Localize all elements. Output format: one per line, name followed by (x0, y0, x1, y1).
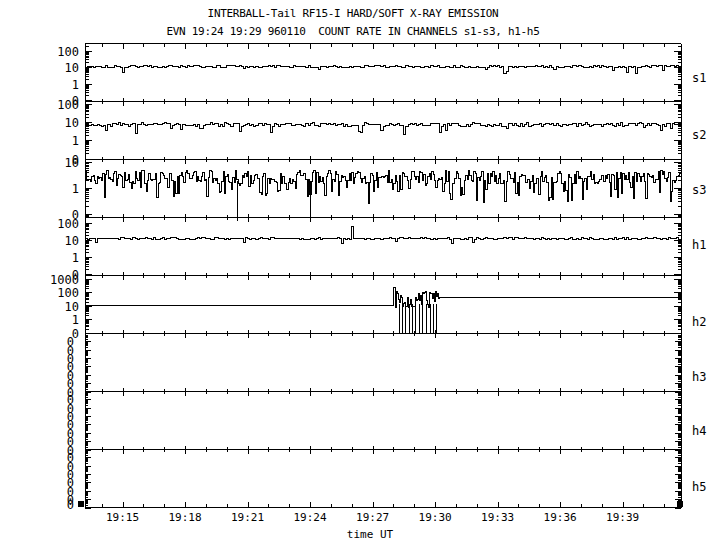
y-tick-label: 100 (57, 45, 79, 59)
series-s2 (85, 123, 681, 135)
y-tick-label: 100 (57, 98, 79, 112)
x-tick-label: 19:39 (606, 511, 639, 524)
x-axis-label: time UT (85, 528, 655, 541)
y-tick-label: 100 (57, 217, 79, 231)
y-tick-label: 1 (72, 182, 79, 196)
y-tick-label: 1 (72, 78, 79, 92)
y-tick-label: 1 (72, 313, 79, 327)
x-tick-label: 19:24 (294, 511, 327, 524)
panel-label-h2: h2 (692, 315, 706, 329)
y-tick-label: 1000 (50, 273, 79, 287)
panel-label-h4: h4 (692, 424, 706, 438)
y-tick-label: 10 (65, 234, 79, 248)
x-tick-labels: 19:1519:1819:2119:2419:2719:3019:3319:36… (106, 511, 639, 524)
panel-s1: s11001010 (57, 45, 706, 108)
y-tick-label: 10 (65, 116, 79, 130)
x-tick-label: 19:21 (231, 511, 264, 524)
series-h2 (85, 288, 681, 308)
y-tick-label: 10 (65, 300, 79, 314)
x-tick-label: 19:15 (106, 511, 139, 524)
x-tick-label: 19:36 (544, 511, 577, 524)
panel-label-h3: h3 (692, 370, 706, 384)
x-tick-label: 19:18 (168, 511, 201, 524)
panel-label-s1: s1 (692, 71, 706, 85)
panel-h3: h30000000 (67, 335, 707, 400)
panel-h1: h11001010 (57, 217, 706, 282)
series-s1 (85, 65, 681, 73)
x-tick-label: 19:27 (356, 511, 389, 524)
panel-h4: h40000000 (67, 393, 707, 458)
y-tick-label: 10 (65, 61, 79, 75)
y-tick-label: 0 (67, 451, 74, 465)
series-h1 (85, 226, 681, 243)
plot-frame (85, 44, 681, 508)
panel-h2: h210001001010 (50, 273, 706, 341)
corner-mark-left (78, 501, 84, 507)
xray-plot-screen: INTERBALL-Tail RF15-I HARD/SOFT X-RAY EM… (0, 0, 720, 550)
x-tick-label: 19:33 (481, 511, 514, 524)
panel-label-s3: s3 (692, 183, 706, 197)
chart-canvas: 19:1519:1819:2119:2419:2719:3019:3319:36… (0, 0, 720, 550)
y-tick-label: 0 (67, 335, 74, 349)
y-tick-label: 10 (65, 156, 79, 170)
y-tick-label: 100 (57, 286, 79, 300)
y-tick-label: 1 (72, 134, 79, 148)
panel-label-h1: h1 (692, 238, 706, 252)
y-tick-label: 0 (67, 393, 74, 407)
y-tick-label: 1 (72, 251, 79, 265)
panel-s2: s21001010 (57, 98, 706, 167)
panel-h5: h50000000 (67, 451, 707, 513)
x-tick-label: 19:30 (419, 511, 452, 524)
panel-label-h5: h5 (692, 480, 706, 494)
panel-label-s2: s2 (692, 128, 706, 142)
series-s3 (85, 171, 681, 203)
panel-s3: s31010 (65, 156, 707, 222)
